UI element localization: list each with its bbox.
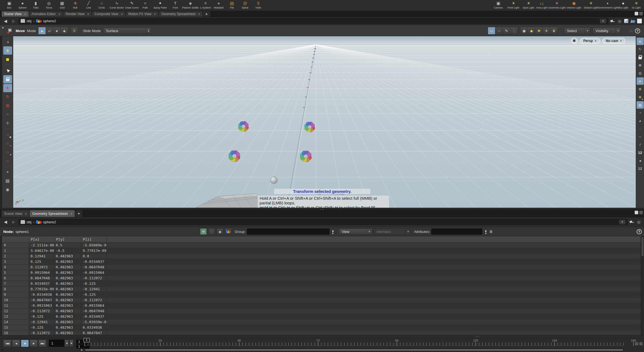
box-select-button[interactable]: ▭ (488, 27, 495, 34)
shelf-tool-volume-light[interactable]: ◉Volume Light (565, 0, 582, 9)
lighting-off-button[interactable]: ⊗ (637, 61, 644, 69)
shelf-tool-file[interactable]: ▤File (225, 0, 238, 9)
points-selection-button[interactable]: ◈ (3, 46, 12, 55)
back-button[interactable]: ◀ (2, 19, 9, 24)
shelf-tool-tube[interactable]: ▮Tube (29, 0, 42, 9)
view-dropdown[interactable]: View ▼ (339, 229, 372, 235)
pin-icon[interactable] (610, 19, 615, 23)
display-settings-icon[interactable]: ∷ (630, 28, 633, 33)
group-filter-icon[interactable]: ▼ (331, 229, 335, 234)
row-id-cell[interactable]: 14 (2, 319, 29, 325)
pinwheel-object[interactable] (229, 150, 240, 162)
path-dropdown-caret[interactable]: ▼ (600, 19, 606, 24)
points-display-button[interactable]: ∙ (637, 125, 644, 133)
pose-tool-button[interactable]: ✳ (3, 110, 12, 119)
radar-icon[interactable]: ◎ (617, 19, 623, 23)
close-icon[interactable]: × (154, 12, 156, 16)
snap-point-button[interactable]: ∩● (3, 148, 12, 156)
table-row[interactable]: 50.09150640.482963-0.0915064 (2, 270, 644, 275)
pick-select-button[interactable]: ◉ (520, 27, 528, 34)
shelf-tool-environment-light[interactable]: ◐Environment Light (599, 0, 617, 9)
pane-divider[interactable]: ▲▼ (0, 208, 644, 210)
shelf-tool-curve-bezier[interactable]: ∿Curve Bezier (108, 0, 125, 9)
table-row[interactable]: 12-0.1120720.482963-0.0647048 (2, 308, 644, 314)
pane-maximize-icon[interactable] (635, 12, 638, 15)
shelf-tool-distant-light[interactable]: ☀Distant Light (582, 0, 599, 9)
network-path[interactable]: obj › sphere2 ▼ (19, 219, 628, 225)
forward-button[interactable]: ▶ (10, 19, 17, 24)
new-tab-button[interactable]: + (203, 11, 210, 17)
row-id-cell[interactable]: 10 (2, 297, 29, 303)
close-icon[interactable]: × (70, 212, 72, 215)
point-normals-button[interactable]: / (637, 141, 644, 148)
ghost-objects-button[interactable]: ◔ (637, 109, 644, 117)
layout-square-icon[interactable] (637, 19, 642, 23)
row-id-cell[interactable]: 12 (2, 308, 29, 314)
path-root[interactable]: obj (27, 220, 31, 224)
row-id-cell[interactable]: 2 (2, 254, 29, 259)
view-lock-button[interactable] (571, 38, 578, 44)
select-arrow-button[interactable]: ▶ (3, 66, 12, 75)
toolbar-expand-button[interactable]: ▾ (3, 168, 12, 176)
scrollbar-thumb[interactable] (642, 237, 643, 256)
smooth-shading-button[interactable]: ▩ (637, 101, 644, 109)
pinwheel-object[interactable] (238, 121, 249, 132)
network-path[interactable]: obj › sphere2 ▼ (19, 18, 608, 24)
selection-splat-button[interactable]: ✳ (71, 27, 78, 34)
table-row[interactable]: 9-0.03349360.482963-0.125 (2, 292, 644, 297)
back-button[interactable]: ◀ (2, 219, 9, 224)
row-id-cell[interactable]: 6 (2, 275, 29, 281)
lock-view-button[interactable] (637, 53, 644, 61)
projection-menu[interactable]: Persp ▼ (580, 38, 600, 44)
column-header-px[interactable]: P[x] (29, 236, 54, 243)
handles-tool-button[interactable]: ✛ (3, 119, 12, 127)
play-forward-button[interactable]: ▶ (30, 340, 38, 347)
pin-icon[interactable] (629, 220, 634, 224)
headlight-button[interactable]: ◎ (637, 69, 644, 77)
pane-collapse-arrow-icon[interactable]: ▼ (1, 348, 4, 351)
new-tab-button[interactable]: + (75, 210, 82, 217)
tab-animation-editor[interactable]: Animation Editor× (29, 11, 63, 17)
laser-select-button[interactable]: ╲ (510, 27, 518, 34)
lighting-normal-button[interactable]: ● (637, 77, 644, 85)
edit-vertices-mode-button[interactable]: ◈ (61, 27, 68, 34)
tab-render-view[interactable]: Render View× (63, 11, 91, 17)
playhead-frame-label[interactable]: 1 (84, 338, 90, 342)
table-row[interactable]: 0-2.1111e-080.5-5.65669e-0 (2, 243, 644, 248)
help-icon[interactable]: ? (635, 28, 640, 33)
snap-grid-button[interactable]: ∩▦ (3, 130, 12, 139)
column-list-icon[interactable]: ≣ (489, 229, 493, 234)
visibility-dropdown[interactable]: Visibility ▼ (592, 27, 621, 34)
frame-ruler[interactable]: 1 ▶ 24487296120144168 (85, 338, 635, 352)
shelf-tool-circle[interactable]: ○Circle (95, 0, 108, 9)
stop-button[interactable]: ■ (21, 340, 29, 347)
tab-composite-view[interactable]: Composite View× (92, 11, 125, 17)
shelf-tool-spray-paint[interactable]: ✦Spray Paint (152, 0, 169, 9)
shelf-tool-line[interactable]: ╱Line (82, 0, 95, 9)
set-key-button[interactable]: ▤ (3, 177, 12, 185)
row-id-cell[interactable]: 11 (2, 303, 29, 308)
snap-curve-button[interactable]: ∩∿ (3, 139, 12, 147)
edit-object-mode-button[interactable]: ▲ (38, 27, 46, 34)
shelf-tool-platonic-solids[interactable]: ◈Platonic Solids (182, 0, 199, 9)
point-trails-button[interactable]: ~ (637, 133, 644, 140)
pattern-select-button[interactable]: ❖ (535, 27, 543, 34)
tab-scene-view[interactable]: Scene View× (2, 11, 29, 17)
step-forward-button[interactable]: |▶ (70, 340, 73, 347)
row-id-cell[interactable]: 16 (2, 330, 29, 335)
edit-points-mode-button[interactable]: ● (53, 27, 61, 34)
close-icon[interactable]: × (198, 12, 200, 16)
table-row[interactable]: 16-0.1120720.4829630.0647047 (2, 330, 644, 335)
timeline-settings-icon[interactable] (635, 342, 638, 345)
path-node[interactable]: sphere2 (43, 220, 56, 224)
area-select-button[interactable]: ◆ (528, 27, 535, 34)
show-points-button[interactable]: ❖ (200, 228, 207, 235)
attributes-filter-icon[interactable]: ▼ (484, 229, 488, 234)
close-icon[interactable]: × (25, 212, 27, 215)
intrinsics-dropdown[interactable]: Intrinsics ▼ (374, 229, 411, 235)
move-tool-button[interactable]: ✚ (3, 84, 12, 92)
shelf-tool-draw-curve[interactable]: ✎Draw Curve (125, 0, 138, 9)
table-row[interactable]: 70.03349370.482963-0.125 (2, 281, 644, 286)
shelf-tool-box[interactable]: ▣Box (3, 0, 16, 9)
shelf-tool-camera[interactable]: ▣Camera (492, 0, 505, 9)
